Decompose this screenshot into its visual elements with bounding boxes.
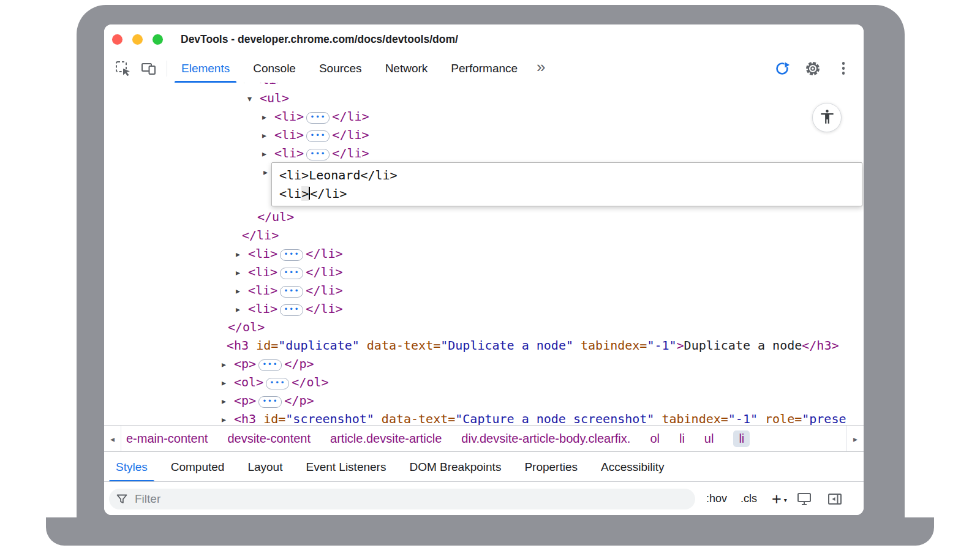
code-token: </p> bbox=[284, 393, 314, 408]
code-token: <li> bbox=[248, 246, 277, 261]
tab-sources[interactable]: Sources bbox=[307, 54, 374, 83]
inline-expand-button[interactable]: ••• bbox=[258, 396, 282, 408]
dom-tree-row[interactable]: </ol> bbox=[104, 318, 864, 336]
dom-tree-row[interactable]: ▸<li>•••</li> bbox=[104, 281, 864, 299]
dom-tree-row[interactable]: <h3 id="duplicate" data-text="Duplicate … bbox=[104, 336, 864, 355]
dom-tree-row[interactable]: ▸<li>Leonard</li><li></li> bbox=[104, 162, 864, 208]
breadcrumb-scroll-left[interactable]: ◂ bbox=[104, 426, 121, 452]
breadcrumb-item[interactable]: devsite-content bbox=[227, 432, 311, 446]
inline-expand-button[interactable]: ••• bbox=[258, 359, 282, 371]
filter-field[interactable] bbox=[109, 489, 695, 509]
dom-tree-row[interactable]: ▸<li>•••</li> bbox=[104, 263, 864, 281]
tab-layout[interactable]: Layout bbox=[236, 452, 294, 482]
dom-tree-row[interactable]: ▸<h3 id="screenshot" data-text="Capture … bbox=[104, 410, 864, 425]
devtools-window: DevTools - developer.chrome.com/docs/dev… bbox=[104, 24, 864, 515]
accessibility-button[interactable] bbox=[812, 103, 842, 132]
tab-network[interactable]: Network bbox=[374, 54, 440, 83]
code-token: id= bbox=[256, 338, 278, 353]
window-title: DevTools - developer.chrome.com/docs/dev… bbox=[181, 33, 458, 46]
expand-arrow-icon[interactable]: ▸ bbox=[222, 392, 234, 410]
code-token: "-1" bbox=[647, 338, 676, 353]
tab-dom-breakpoints[interactable]: DOM Breakpoints bbox=[398, 452, 513, 482]
pseudo-state-toggle[interactable]: :hov bbox=[706, 492, 727, 505]
inline-expand-button[interactable]: ••• bbox=[280, 249, 303, 261]
breadcrumb-item[interactable]: e-main-content bbox=[126, 432, 208, 446]
code-token: <li> bbox=[274, 127, 304, 142]
breadcrumb-scroll-right[interactable]: ▸ bbox=[846, 426, 864, 452]
inline-expand-button[interactable]: ••• bbox=[266, 378, 289, 389]
inline-expand-button[interactable]: ••• bbox=[306, 130, 330, 142]
dom-tree-row[interactable]: ▸<p>•••</p> bbox=[104, 391, 864, 410]
inline-expand-button[interactable]: ••• bbox=[280, 286, 303, 298]
dom-tree-row[interactable]: ▸<p>•••</p> bbox=[104, 355, 864, 373]
styles-filter-input[interactable] bbox=[134, 492, 688, 506]
expand-arrow-icon[interactable]: ▸ bbox=[236, 282, 248, 300]
expand-arrow-icon[interactable]: ▸ bbox=[262, 126, 274, 145]
expand-arrow-icon[interactable]: ▸ bbox=[262, 145, 274, 163]
breadcrumb-item[interactable]: ol bbox=[650, 432, 660, 446]
element-classes-toggle[interactable]: .cls bbox=[741, 492, 757, 505]
breadcrumb: e-main-content devsite-content article.d… bbox=[121, 426, 846, 452]
tab-styles[interactable]: Styles bbox=[104, 452, 159, 482]
more-tabs-icon[interactable]: » bbox=[529, 51, 552, 83]
edit-line-2: <li></li> bbox=[279, 184, 854, 203]
inspect-element-icon[interactable] bbox=[115, 61, 131, 77]
breadcrumb-item-selected[interactable]: li bbox=[733, 430, 750, 447]
breadcrumb-bar: ◂ e-main-content devsite-content article… bbox=[104, 425, 864, 452]
tab-properties[interactable]: Properties bbox=[513, 452, 589, 482]
dom-tree-row[interactable]: ▸<li>•••</li> bbox=[104, 299, 864, 318]
breadcrumb-item[interactable]: div.devsite-article-body.clearfix. bbox=[461, 432, 630, 446]
expand-arrow-icon[interactable]: ▸ bbox=[262, 108, 274, 126]
settings-gear-icon[interactable] bbox=[805, 61, 821, 77]
collapse-arrow-icon[interactable]: ▾ bbox=[247, 89, 260, 108]
expand-arrow-icon[interactable]: ▸ bbox=[222, 374, 234, 392]
breadcrumb-item[interactable]: article.devsite-article bbox=[330, 432, 442, 446]
dom-tree-row[interactable]: </ul> bbox=[104, 208, 864, 226]
tab-performance[interactable]: Performance bbox=[439, 54, 529, 83]
close-button[interactable] bbox=[112, 34, 123, 45]
dom-tree-row[interactable]: ▾<ul> bbox=[104, 89, 864, 107]
sidebar-toggle-icon[interactable] bbox=[827, 491, 843, 507]
node-edit-box[interactable]: <li>Leonard</li><li></li> bbox=[271, 162, 862, 206]
inline-expand-button[interactable]: ••• bbox=[280, 268, 303, 279]
code-token: <h3 bbox=[227, 338, 256, 353]
expand-arrow-icon[interactable]: ▸ bbox=[236, 300, 248, 318]
edit-line-1: <li>Leonard</li> bbox=[279, 166, 854, 184]
titlebar: DevTools - developer.chrome.com/docs/dev… bbox=[104, 24, 864, 54]
code-token bbox=[573, 338, 581, 353]
tab-elements[interactable]: Elements bbox=[170, 54, 241, 83]
code-token: <li> bbox=[248, 283, 277, 298]
expand-arrow-icon[interactable]: ▸ bbox=[222, 410, 234, 425]
tab-computed[interactable]: Computed bbox=[159, 452, 236, 482]
code-token: Duplicate a node bbox=[684, 338, 802, 353]
dom-tree-row[interactable]: ▸<li>•••</li> bbox=[104, 126, 864, 144]
kebab-menu-icon[interactable] bbox=[835, 61, 851, 77]
code-token: <li> bbox=[248, 265, 277, 279]
dom-tree-row[interactable]: ▸<li>•••</li> bbox=[104, 107, 864, 126]
expand-arrow-icon[interactable]: ▸ bbox=[236, 263, 248, 282]
new-style-rule-button[interactable]: +▾ bbox=[772, 493, 782, 505]
inline-expand-button[interactable]: ••• bbox=[280, 304, 303, 316]
dom-tree-row[interactable]: ▸<li>•••</li> bbox=[104, 144, 864, 162]
device-toolbar-icon[interactable] bbox=[141, 61, 157, 77]
dom-tree-row[interactable]: ▸<ol>•••</ol> bbox=[104, 373, 864, 391]
dom-tree-row[interactable]: ▸<li>•••</li> bbox=[104, 244, 864, 263]
rendering-icon[interactable] bbox=[796, 491, 812, 507]
breadcrumb-item[interactable]: ul bbox=[704, 432, 714, 446]
minimize-button[interactable] bbox=[132, 34, 143, 45]
expand-arrow-icon[interactable]: ▸ bbox=[236, 245, 248, 263]
code-token: <li> bbox=[274, 109, 304, 124]
dom-tree-row[interactable]: </li> bbox=[104, 226, 864, 244]
breadcrumb-item[interactable]: li bbox=[679, 432, 685, 446]
dom-tree-row[interactable]: ▾<li> bbox=[104, 83, 864, 89]
tab-event-listeners[interactable]: Event Listeners bbox=[294, 452, 398, 482]
inline-expand-button[interactable]: ••• bbox=[306, 149, 330, 160]
inline-expand-button[interactable]: ••• bbox=[306, 112, 330, 124]
zoom-button[interactable] bbox=[153, 34, 163, 45]
code-token: tabindex= bbox=[662, 411, 728, 425]
expand-arrow-icon[interactable]: ▸ bbox=[222, 355, 234, 374]
tab-accessibility[interactable]: Accessibility bbox=[589, 452, 676, 482]
code-token: <li> bbox=[274, 146, 304, 160]
refresh-circle-icon[interactable] bbox=[774, 61, 790, 77]
tab-console[interactable]: Console bbox=[241, 54, 307, 83]
